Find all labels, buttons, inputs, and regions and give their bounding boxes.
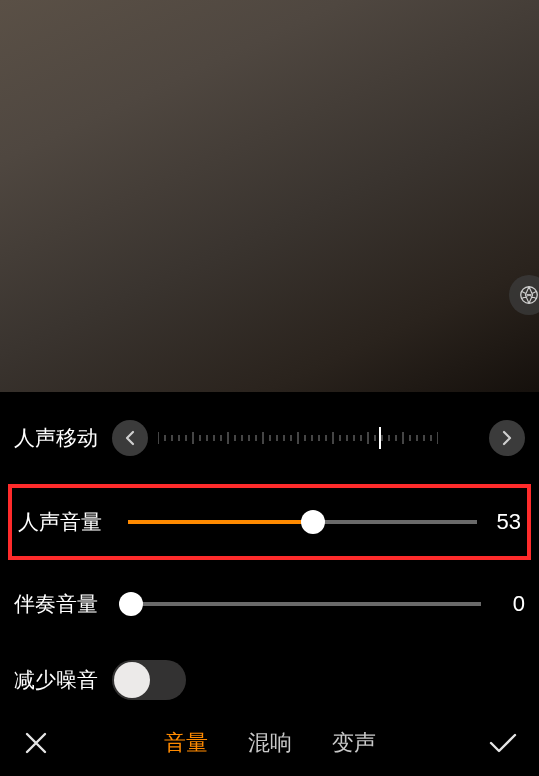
- voice-shift-prev-button[interactable]: [112, 420, 148, 456]
- voice-shift-label: 人声移动: [14, 424, 112, 452]
- controls-panel: 人声移动: [0, 392, 539, 710]
- check-icon: [488, 732, 518, 754]
- voice-volume-row: 人声音量 53: [18, 496, 521, 548]
- voice-volume-highlight: 人声音量 53: [8, 484, 531, 560]
- tabs: 音量 混响 变声: [58, 728, 481, 758]
- voice-volume-label: 人声音量: [18, 508, 116, 536]
- ruler-ticks-icon: [158, 428, 438, 448]
- tab-bar: 音量 混响 变声: [0, 710, 539, 776]
- accompaniment-volume-row: 伴奏音量 0: [14, 574, 525, 634]
- voice-shift-indicator[interactable]: [379, 427, 381, 449]
- chevron-left-icon: [124, 430, 136, 446]
- accompaniment-thumb[interactable]: [119, 592, 143, 616]
- accompaniment-volume-label: 伴奏音量: [14, 590, 112, 618]
- aperture-icon: [518, 284, 539, 306]
- chevron-right-icon: [501, 430, 513, 446]
- camera-button[interactable]: [509, 275, 539, 315]
- reduce-noise-toggle[interactable]: [112, 660, 186, 700]
- voice-shift-next-button[interactable]: [489, 420, 525, 456]
- reduce-noise-label: 减少噪音: [14, 666, 112, 694]
- voice-volume-value: 53: [489, 509, 521, 535]
- accompaniment-volume-slider[interactable]: [124, 602, 481, 606]
- voice-volume-fill: [128, 520, 313, 524]
- tab-volume[interactable]: 音量: [164, 728, 208, 758]
- voice-volume-slider[interactable]: [128, 520, 477, 524]
- reduce-noise-row: 减少噪音: [14, 650, 525, 710]
- preview-area: [0, 0, 539, 392]
- voice-shift-ruler[interactable]: [158, 424, 479, 452]
- confirm-button[interactable]: [481, 721, 525, 765]
- close-icon: [23, 730, 49, 756]
- accompaniment-volume-value: 0: [493, 591, 525, 617]
- voice-shift-row: 人声移动: [14, 408, 525, 468]
- toggle-thumb: [114, 662, 150, 698]
- voice-volume-thumb[interactable]: [301, 510, 325, 534]
- close-button[interactable]: [14, 721, 58, 765]
- tab-reverb[interactable]: 混响: [248, 728, 292, 758]
- tab-voice-change[interactable]: 变声: [332, 728, 376, 758]
